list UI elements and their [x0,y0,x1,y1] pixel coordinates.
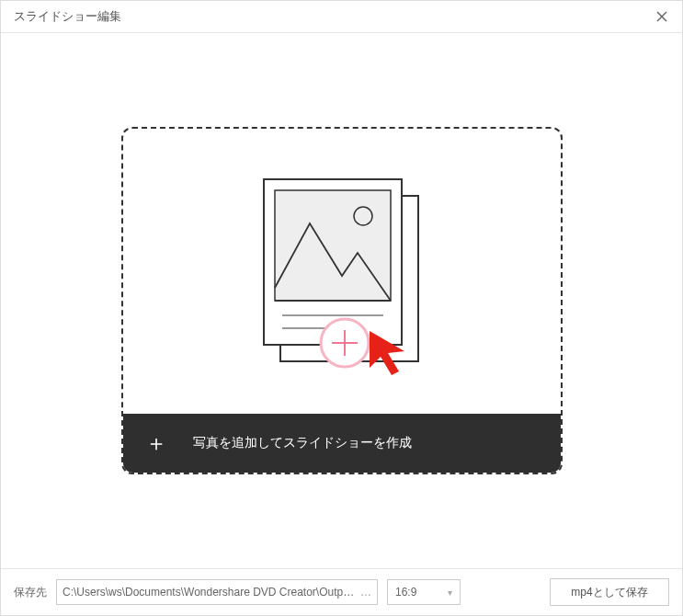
svg-marker-12 [370,331,404,375]
browse-button[interactable]: … [355,586,371,599]
save-path-value: C:\Users\ws\Documents\Wondershare DVD Cr… [63,586,355,599]
slideshow-dropzone[interactable]: ＋ 写真を追加してスライドショーを作成 [121,127,563,474]
aspect-ratio-value: 16:9 [395,586,416,599]
footer-bar: 保存先 C:\Users\ws\Documents\Wondershare DV… [1,568,682,615]
save-button-label: mp4として保存 [571,585,647,600]
dropzone-action-bar[interactable]: ＋ 写真を追加してスライドショーを作成 [123,414,561,473]
plus-icon: ＋ [145,432,167,454]
chevron-down-icon: ▾ [448,587,452,598]
window-title: スライドショー編集 [14,8,121,25]
pointer-arrow-icon [360,322,415,377]
main-area: ＋ 写真を追加してスライドショーを作成 [1,33,682,568]
close-icon [656,11,667,22]
save-path-label: 保存先 [14,585,47,600]
dropzone-preview [123,129,561,414]
save-path-field[interactable]: C:\Users\ws\Documents\Wondershare DVD Cr… [56,579,378,605]
close-button[interactable] [655,9,669,24]
svg-rect-4 [275,190,391,301]
aspect-ratio-select[interactable]: 16:9 ▾ [387,579,461,605]
titlebar: スライドショー編集 [1,1,682,33]
save-mp4-button[interactable]: mp4として保存 [550,578,669,606]
dropzone-label: 写真を追加してスライドショーを作成 [193,435,412,451]
